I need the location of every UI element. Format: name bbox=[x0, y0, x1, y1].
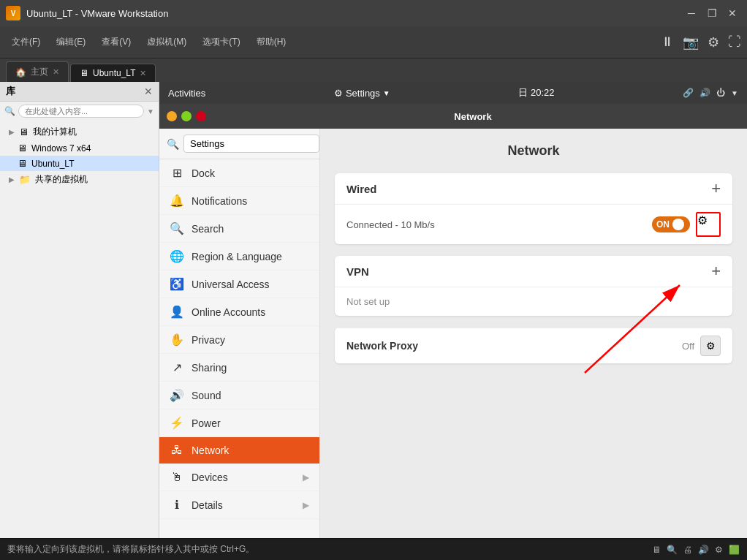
settings-nav-network[interactable]: 🖧 Network bbox=[159, 437, 319, 464]
settings-close-button[interactable] bbox=[196, 111, 206, 121]
settings-body: 🔍 ⊞ Dock 🔔 Notifications 🔍 bbox=[159, 129, 747, 538]
notifications-icon: 🔔 bbox=[170, 194, 184, 208]
nav-search-icon: 🔍 bbox=[170, 222, 184, 235]
tab-ubuntu[interactable]: 🖥 Ubuntu_LT ✕ bbox=[70, 64, 156, 82]
dock-icon: ⊞ bbox=[170, 166, 184, 180]
settings-nav-details[interactable]: ℹ Details ▶ bbox=[159, 491, 319, 519]
vm-icon-ubuntu: 🖥 bbox=[18, 158, 27, 169]
menu-vm[interactable]: 虚拟机(M) bbox=[141, 33, 192, 51]
settings-nav-privacy[interactable]: ✋ Privacy bbox=[159, 326, 319, 354]
region-icon: 🌐 bbox=[170, 249, 184, 263]
status-icon-4: 🔊 bbox=[698, 545, 709, 555]
restore-button[interactable]: ❐ bbox=[703, 4, 721, 22]
vpn-section: VPN + Not set up bbox=[335, 256, 732, 316]
wired-section: Wired + Connected - 10 Mb/s ON ⚙ bbox=[335, 173, 732, 244]
settings-window-title: Network bbox=[206, 111, 740, 122]
proxy-label: Network Proxy bbox=[346, 340, 682, 352]
shared-icon: 📁 bbox=[19, 174, 31, 185]
window-controls: ─ ❐ ✕ bbox=[683, 4, 741, 22]
menu-tabs[interactable]: 选项卡(T) bbox=[197, 33, 246, 51]
title-bar: V Ubuntu_LT - VMware Workstation ─ ❐ ✕ bbox=[0, 0, 747, 26]
tree-label: 我的计算机 bbox=[33, 126, 77, 138]
minimize-button[interactable]: ─ bbox=[683, 4, 700, 22]
settings-maximize-button[interactable] bbox=[181, 111, 192, 121]
settings-search-input[interactable] bbox=[183, 135, 319, 153]
app-menu-button[interactable]: ⚙ Settings ▼ bbox=[334, 88, 390, 99]
menu-file[interactable]: 文件(F) bbox=[6, 33, 46, 51]
power-icon: ⚡ bbox=[170, 416, 184, 430]
snapshot-icon[interactable]: 📷 bbox=[683, 34, 699, 50]
menu-help[interactable]: 帮助(H) bbox=[251, 33, 292, 51]
settings-nav-region[interactable]: 🌐 Region & Language bbox=[159, 243, 319, 270]
vmware-tree: ▶ 🖥 我的计算机 🖥 Windows 7 x64 🖥 Ubuntu_LT ▶ … bbox=[0, 121, 159, 191]
main-layout: 库 ✕ 🔍 ▼ ▶ 🖥 我的计算机 🖥 Windows 7 x64 bbox=[0, 82, 747, 538]
tab-home-icon: 🏠 bbox=[15, 67, 26, 77]
settings-nav-online-accounts[interactable]: 👤 Online Accounts bbox=[159, 298, 319, 326]
app-menu-chevron: ▼ bbox=[383, 89, 390, 97]
tree-item-ubuntu[interactable]: 🖥 Ubuntu_LT bbox=[0, 156, 159, 171]
search-label: Search bbox=[192, 223, 224, 235]
vmware-search-input[interactable] bbox=[18, 105, 144, 118]
settings-icon[interactable]: ⚙ bbox=[708, 34, 719, 50]
tab-home-close[interactable]: ✕ bbox=[53, 67, 59, 77]
menu-edit[interactable]: 编辑(E) bbox=[50, 33, 91, 51]
wired-connection-row: Connected - 10 Mb/s ON ⚙ bbox=[335, 204, 732, 244]
wired-gear-button[interactable]: ⚙ bbox=[696, 212, 721, 237]
network-label: Network bbox=[192, 444, 229, 456]
wired-gear-icon: ⚙ bbox=[697, 214, 708, 227]
status-bar: 要将输入定向到该虚拟机，请将鼠标指针移入其中或按 Ctrl+G。 🖥 🔍 🖨 🔊… bbox=[0, 538, 747, 560]
wired-section-header: Wired + bbox=[335, 173, 732, 204]
settings-nav-sound[interactable]: 🔊 Sound bbox=[159, 382, 319, 409]
tray-power-icon: ⏻ bbox=[716, 88, 725, 98]
toggle-label: ON bbox=[656, 219, 670, 230]
devices-label: Devices bbox=[192, 472, 228, 483]
pause-icon[interactable]: ⏸ bbox=[661, 34, 674, 50]
universal-access-icon: ♿ bbox=[170, 277, 184, 291]
tab-ubuntu-label: Ubuntu_LT bbox=[93, 68, 135, 78]
region-label: Region & Language bbox=[192, 251, 282, 262]
library-label: 库 bbox=[6, 85, 15, 98]
details-arrow-icon: ▶ bbox=[303, 500, 309, 510]
settings-nav-dock[interactable]: ⊞ Dock bbox=[159, 159, 319, 187]
settings-nav-power[interactable]: ⚡ Power bbox=[159, 409, 319, 437]
tab-home-label: 主页 bbox=[31, 66, 48, 78]
tray-dropdown-icon[interactable]: ▼ bbox=[731, 89, 738, 97]
vpn-section-header: VPN + bbox=[335, 256, 732, 287]
tree-label-win7: Windows 7 x64 bbox=[31, 143, 91, 154]
settings-nav-search[interactable]: 🔍 Search bbox=[159, 215, 319, 243]
app-icon: V bbox=[6, 6, 20, 20]
close-button[interactable]: ✕ bbox=[724, 4, 741, 22]
settings-nav-universal-access[interactable]: ♿ Universal Access bbox=[159, 270, 319, 298]
wired-toggle[interactable]: ON bbox=[652, 216, 690, 232]
tree-label-shared: 共享的虚拟机 bbox=[35, 173, 88, 186]
fullscreen-icon[interactable]: ⛶ bbox=[728, 34, 741, 50]
tray-network-icon: 🔗 bbox=[683, 88, 694, 98]
sharing-icon: ↗ bbox=[170, 360, 184, 374]
activities-button[interactable]: Activities bbox=[168, 88, 205, 99]
connection-label: Connected - 10 Mb/s bbox=[346, 219, 652, 230]
tab-ubuntu-close[interactable]: ✕ bbox=[140, 69, 146, 78]
window-title: Ubuntu_LT - VMware Workstation bbox=[26, 8, 683, 19]
wired-add-button[interactable]: + bbox=[711, 181, 721, 197]
tab-home[interactable]: 🏠 主页 ✕ bbox=[6, 61, 69, 82]
online-accounts-label: Online Accounts bbox=[192, 306, 265, 318]
privacy-icon: ✋ bbox=[170, 333, 184, 347]
proxy-gear-button[interactable]: ⚙ bbox=[700, 336, 721, 356]
network-icon: 🖧 bbox=[170, 444, 184, 457]
settings-nav-sharing[interactable]: ↗ Sharing bbox=[159, 354, 319, 382]
tree-item-win7[interactable]: 🖥 Windows 7 x64 bbox=[0, 140, 159, 156]
devices-arrow-icon: ▶ bbox=[303, 472, 309, 483]
sidebar-close-button[interactable]: ✕ bbox=[144, 86, 153, 97]
settings-search-container: 🔍 bbox=[159, 129, 319, 159]
tree-item-shared[interactable]: ▶ 📁 共享的虚拟机 bbox=[0, 171, 159, 188]
app-menu-label: Settings bbox=[346, 88, 380, 99]
settings-nav-devices[interactable]: 🖱 Devices ▶ bbox=[159, 464, 319, 491]
status-icon-3: 🖨 bbox=[683, 545, 692, 555]
settings-minimize-button[interactable] bbox=[167, 111, 177, 121]
sound-label: Sound bbox=[192, 390, 221, 401]
search-dropdown-icon[interactable]: ▼ bbox=[147, 107, 154, 116]
menu-view[interactable]: 查看(V) bbox=[96, 33, 137, 51]
vpn-add-button[interactable]: + bbox=[711, 263, 721, 279]
tree-item-mycomputer[interactable]: ▶ 🖥 我的计算机 bbox=[0, 124, 159, 140]
settings-nav-notifications[interactable]: 🔔 Notifications bbox=[159, 187, 319, 215]
